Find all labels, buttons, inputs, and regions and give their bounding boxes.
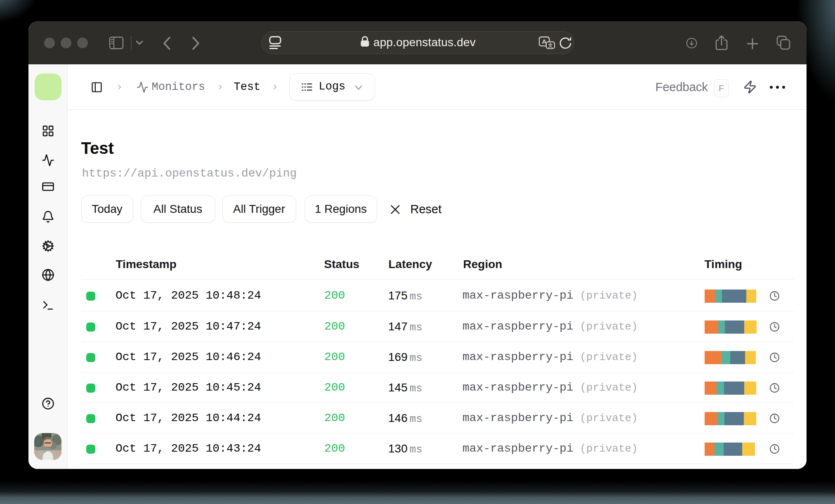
- svg-text:A: A: [542, 38, 547, 45]
- svg-text:文: 文: [548, 42, 553, 48]
